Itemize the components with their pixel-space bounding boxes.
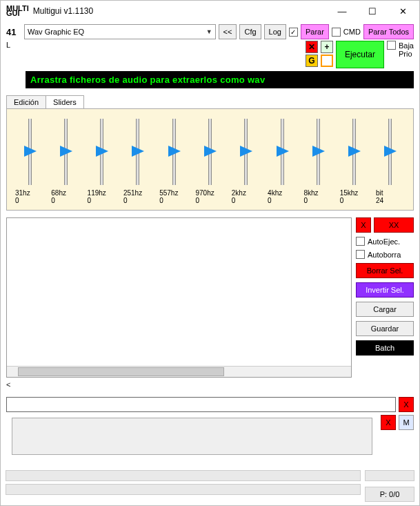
g-button[interactable]: G: [306, 55, 318, 67]
slider-track[interactable]: [208, 119, 212, 185]
slider-value: 0: [266, 197, 298, 204]
pager-label: P: 0/0: [365, 487, 414, 502]
cmd-label: CMD: [343, 28, 361, 36]
clear-input-button[interactable]: X: [399, 397, 414, 412]
horizontal-scrollbar[interactable]: [7, 366, 351, 377]
parar-todos-button[interactable]: Parar Todos: [363, 24, 414, 39]
minimize-button[interactable]: —: [327, 1, 357, 21]
parar-button[interactable]: Parar: [301, 24, 329, 39]
slider-thumb-icon[interactable]: [132, 146, 144, 157]
orange-box-button[interactable]: [321, 55, 333, 67]
slider-track[interactable]: [388, 119, 392, 185]
slider-track[interactable]: [281, 119, 284, 185]
slider-track[interactable]: [172, 119, 176, 185]
invertir-sel-button[interactable]: Invertir Sel.: [356, 282, 414, 298]
slider-value: 0: [86, 197, 118, 204]
slider-thumb-icon[interactable]: [240, 146, 252, 157]
borrar-sel-button[interactable]: Borrar Sel.: [356, 263, 414, 278]
cmd-checkbox[interactable]: [332, 28, 341, 37]
slider-label: 2khz: [230, 189, 262, 197]
lt-label: <: [1, 380, 419, 389]
slider-track[interactable]: [317, 119, 320, 185]
tab-bar: Edición Sliders: [1, 95, 419, 108]
slider-value: 0: [122, 197, 154, 204]
log-checkbox[interactable]: ✓: [289, 28, 298, 37]
log-x-button[interactable]: X: [381, 415, 396, 430]
slider-value: 0: [230, 197, 262, 204]
slider-value: 0: [194, 197, 226, 204]
slider-track[interactable]: [28, 119, 32, 185]
slider-15khz: 15khz0: [339, 119, 370, 204]
slider-thumb-icon[interactable]: [204, 146, 217, 157]
slider-251hz: 251hz0: [122, 119, 154, 204]
slider-thumb-icon[interactable]: [24, 146, 37, 157]
tab-edicion[interactable]: Edición: [6, 95, 46, 108]
window-title: Multigui v1.1130: [33, 6, 327, 16]
slider-4khz: 4khz0: [266, 119, 298, 204]
xx-button[interactable]: XX: [374, 217, 414, 233]
x-button[interactable]: X: [356, 217, 371, 233]
command-input[interactable]: [6, 397, 396, 412]
log-button[interactable]: Log: [264, 24, 286, 39]
slider-thumb-icon[interactable]: [348, 146, 361, 157]
slider-label: 557hz: [158, 189, 190, 197]
app-logo: MULTIGUI: [6, 6, 29, 16]
preset-combo-value: Wav Graphic EQ: [28, 28, 84, 36]
slider-thumb-icon[interactable]: [96, 146, 108, 157]
close-button[interactable]: ✕: [388, 1, 418, 21]
sliders-pane: 31hz068hz0119hz0251hz0557hz0970hz02khz04…: [6, 108, 414, 211]
back-button[interactable]: <<: [219, 24, 237, 39]
slider-thumb-icon[interactable]: [60, 146, 72, 157]
batch-button[interactable]: Batch: [356, 340, 414, 356]
preset-number: 41: [6, 27, 21, 37]
preset-combo[interactable]: Wav Graphic EQ ▼: [24, 24, 216, 39]
drop-banner: Arrastra ficheros de audio para extraerl…: [26, 71, 414, 88]
slider-label: 8khz: [302, 189, 334, 197]
slider-track[interactable]: [352, 119, 356, 185]
file-list[interactable]: [6, 217, 352, 378]
close-small-button[interactable]: ✕: [306, 41, 318, 53]
tab-sliders[interactable]: Sliders: [46, 95, 84, 108]
cargar-button[interactable]: Cargar: [356, 302, 414, 317]
log-box[interactable]: [12, 418, 372, 455]
chevron-down-icon: ▼: [206, 28, 212, 35]
slider-bit: bit24: [374, 119, 406, 204]
slider-thumb-icon[interactable]: [312, 146, 325, 157]
l-label: L: [6, 41, 21, 49]
slider-label: 4khz: [266, 189, 298, 197]
slider-label: 970hz: [194, 189, 226, 197]
progress-bar-1b: [365, 470, 414, 481]
progress-bar-1: [6, 470, 361, 481]
log-m-button[interactable]: M: [399, 415, 414, 430]
baja-prio-checkbox[interactable]: [387, 41, 396, 50]
maximize-button[interactable]: ☐: [357, 1, 388, 21]
slider-value: 0: [50, 197, 81, 204]
slider-thumb-icon[interactable]: [277, 146, 289, 157]
slider-label: 68hz: [50, 189, 81, 197]
slider-31hz: 31hz0: [14, 119, 46, 204]
autoejec-checkbox[interactable]: [356, 237, 365, 246]
guardar-button[interactable]: Guardar: [356, 321, 414, 336]
slider-8khz: 8khz0: [302, 119, 334, 204]
slider-value: 24: [374, 197, 406, 204]
slider-thumb-icon[interactable]: [384, 146, 397, 157]
slider-track[interactable]: [136, 119, 139, 185]
slider-2khz: 2khz0: [230, 119, 262, 204]
slider-68hz: 68hz0: [50, 119, 81, 204]
slider-label: 119hz: [86, 189, 118, 197]
slider-119hz: 119hz0: [86, 119, 118, 204]
slider-970hz: 970hz0: [194, 119, 226, 204]
ejecutar-button[interactable]: Ejecutar: [336, 41, 384, 68]
cfg-button[interactable]: Cfg: [239, 24, 261, 39]
slider-track[interactable]: [100, 119, 103, 185]
slider-track[interactable]: [64, 119, 68, 185]
slider-track[interactable]: [244, 119, 248, 185]
slider-557hz: 557hz0: [158, 119, 190, 204]
slider-thumb-icon[interactable]: [168, 146, 181, 157]
slider-label: 31hz: [14, 189, 46, 197]
slider-value: 0: [14, 197, 46, 204]
slider-value: 0: [339, 197, 370, 204]
autoborra-checkbox[interactable]: [356, 250, 365, 259]
plus-button[interactable]: +: [321, 41, 333, 53]
slider-value: 0: [302, 197, 334, 204]
